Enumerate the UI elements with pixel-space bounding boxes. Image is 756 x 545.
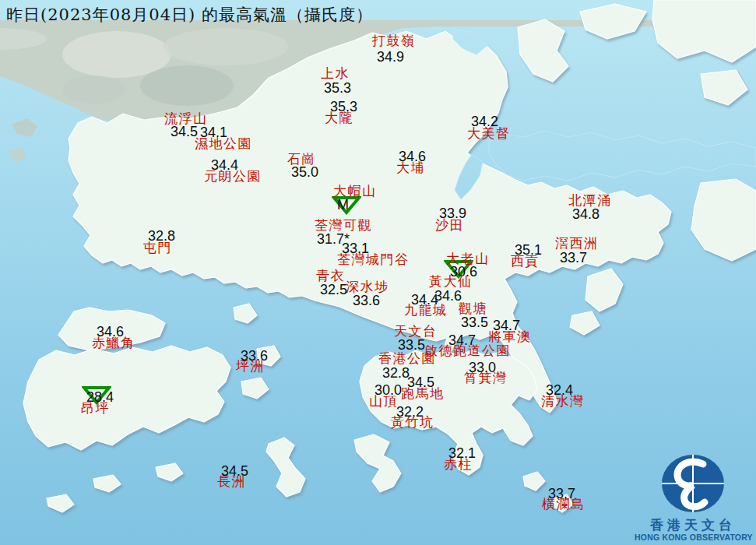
station-name: 坪洲 xyxy=(236,360,265,373)
station-value: 33.7 xyxy=(560,251,587,265)
hko-logo-chinese-name: 香港天文台 xyxy=(635,519,751,533)
station-name: 啟德跑道公園 xyxy=(424,344,511,357)
station-name: 沙田 xyxy=(435,219,464,232)
station-value: 34.6 xyxy=(434,289,462,303)
station-name: 將軍澳 xyxy=(488,330,532,343)
station-name: 屯門 xyxy=(143,241,172,255)
station-value: 34.5 xyxy=(171,125,198,139)
station-name: 滘西洲 xyxy=(555,237,599,250)
station-name: 大隴 xyxy=(325,111,353,125)
station-name: 長洲 xyxy=(217,475,246,488)
station-value: 33.6 xyxy=(353,294,380,308)
station-value: M xyxy=(337,198,349,212)
station-value: 35.3 xyxy=(324,81,351,95)
station-name: 筲箕灣 xyxy=(464,371,508,385)
station-name: 大美督 xyxy=(467,127,511,140)
station-name: 上水 xyxy=(321,67,350,80)
station-value: 32.5 xyxy=(320,283,347,297)
station-name: 天文台 xyxy=(394,325,438,338)
station-name: 大帽山 xyxy=(333,185,377,198)
station-name: 西貢 xyxy=(511,255,540,268)
station-name: 大老山 xyxy=(446,252,490,265)
station-name: 深水埗 xyxy=(346,280,389,294)
station-value: 33.5 xyxy=(461,315,488,329)
station-name: 流浮山 xyxy=(164,112,208,125)
station-name: 元朗公園 xyxy=(204,170,262,183)
station-name: 青衣 xyxy=(316,269,345,283)
hko-logo-english-name: HONG KONG OBSERVATORY xyxy=(635,533,751,543)
station-name: 香港公園 xyxy=(378,352,436,365)
station-name: 跑馬地 xyxy=(401,387,445,400)
station-name: 黃大仙 xyxy=(429,275,473,288)
station-name: 清水灣 xyxy=(541,395,585,408)
station-name: 打鼓嶺 xyxy=(372,34,416,47)
station-value: 35.0 xyxy=(291,165,318,179)
station-name: 赤鱲角 xyxy=(92,336,135,350)
station-name: 昂坪 xyxy=(81,402,110,415)
station-value: 34.8 xyxy=(572,207,600,221)
station-name: 濕地公園 xyxy=(195,137,252,150)
hko-logo-emblem xyxy=(659,455,726,515)
station-value: 33.5 xyxy=(398,338,425,352)
hko-max-temperature-map-page: 昨日(2023年08月04日) 的最高氣溫（攝氏度） 34.9打鼓嶺35.3上水… xyxy=(0,0,756,545)
station-name: 荃灣城門谷 xyxy=(337,253,410,266)
station-value: 34.9 xyxy=(377,50,404,64)
station-name: 橫瀾島 xyxy=(542,498,585,511)
station-name: 大埔 xyxy=(396,161,425,174)
station-name: 黃竹坑 xyxy=(391,416,434,429)
station-name: 九龍城 xyxy=(404,304,448,317)
station-name: 山頂 xyxy=(369,395,398,408)
station-name: 赤柱 xyxy=(444,458,473,471)
station-value: 32.8 xyxy=(382,366,410,380)
station-name: 荃灣可觀 xyxy=(315,219,372,232)
station-name: 北潭涌 xyxy=(568,194,612,207)
hko-logo: 香港天文台 HONG KONG OBSERVATORY xyxy=(635,455,751,543)
station-name: 石崗 xyxy=(287,153,316,166)
station-name: 觀塘 xyxy=(459,302,487,315)
